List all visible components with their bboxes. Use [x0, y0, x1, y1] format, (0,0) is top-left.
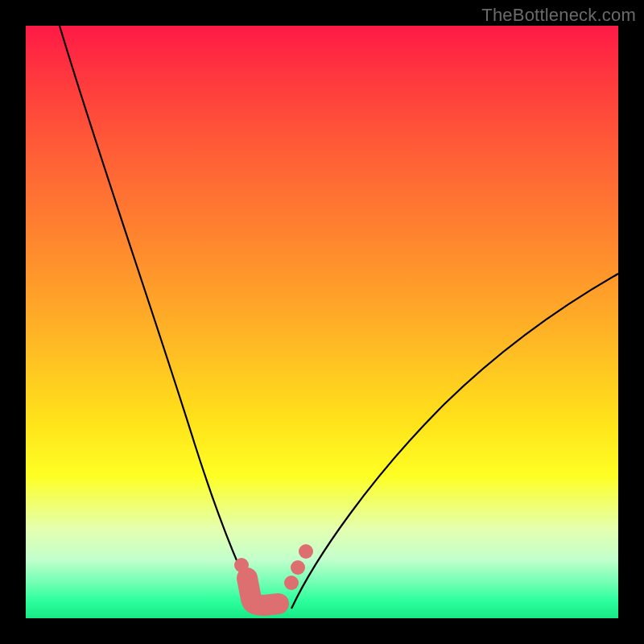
data-point-marker	[291, 560, 305, 575]
trough-marker	[247, 578, 279, 605]
chart-plot-area	[26, 26, 618, 618]
data-point-marker	[284, 576, 299, 590]
bottleneck-curve	[26, 26, 618, 618]
data-point-marker	[299, 544, 313, 559]
watermark-text: TheBottleneck.com	[481, 5, 636, 26]
curve-left-branch	[60, 26, 259, 609]
data-point-marker	[234, 558, 249, 572]
chart-frame: TheBottleneck.com	[0, 0, 644, 644]
curve-right-branch	[291, 274, 618, 609]
